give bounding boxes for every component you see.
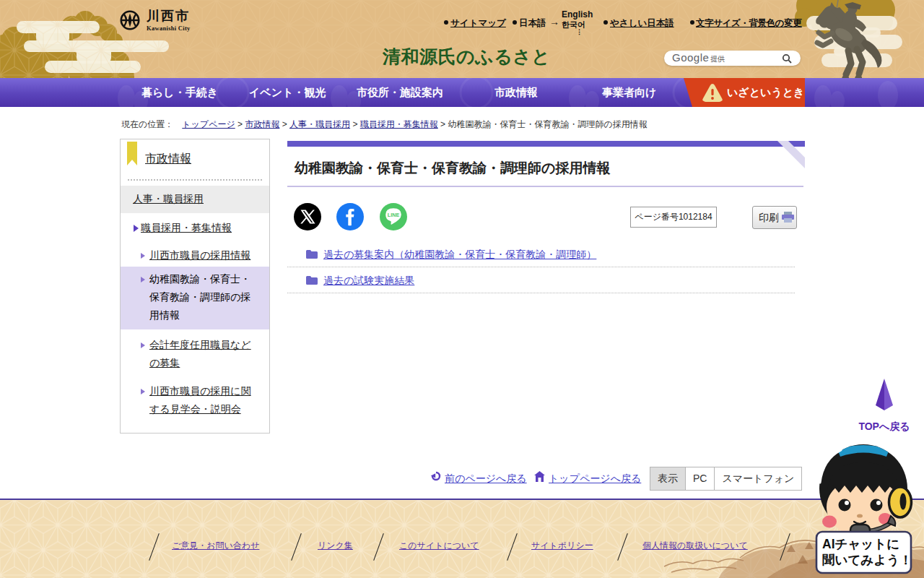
svg-text:AIチャットに: AIチャットに — [822, 537, 899, 551]
svg-text:LINE: LINE — [388, 212, 400, 218]
svg-text:聞いてみよう！: 聞いてみよう！ — [822, 553, 912, 567]
